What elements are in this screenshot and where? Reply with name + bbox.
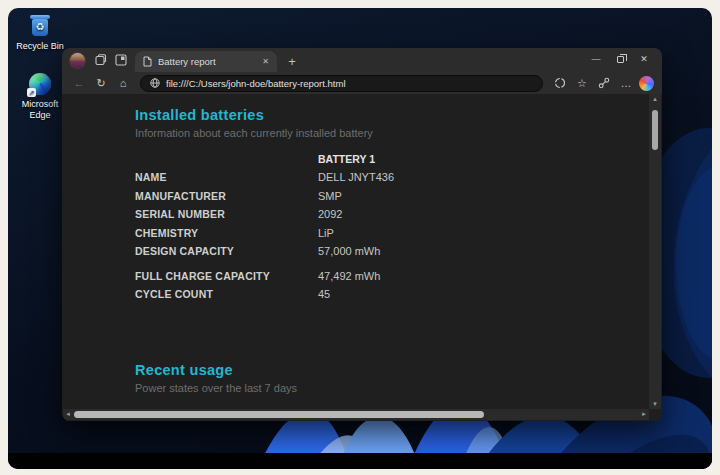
browser-tab-battery-report[interactable]: Battery report ✕ xyxy=(135,51,277,72)
address-bar[interactable]: file:///C:/Users/john-doe/battery-report… xyxy=(140,75,543,92)
workspaces-icon[interactable] xyxy=(91,50,111,70)
row-label: DESIGN CAPACITY xyxy=(135,245,318,257)
table-row: CYCLE COUNT 45 xyxy=(135,285,394,304)
page-favicon-icon xyxy=(143,56,152,67)
table-row: SERIAL NUMBER 2092 xyxy=(135,205,394,224)
row-label: CYCLE COUNT xyxy=(135,288,318,300)
screenshot-root: { "desktop": { "icons": [ { "label": "Re… xyxy=(0,0,720,475)
row-value: SMP xyxy=(318,190,342,202)
row-value: DELL JNYT436 xyxy=(318,171,394,183)
section-title-installed-batteries: Installed batteries xyxy=(135,107,264,123)
copilot-icon[interactable] xyxy=(639,76,654,91)
tab-strip: Battery report ✕ + — ✕ xyxy=(62,48,662,72)
row-label: MANUFACTURER xyxy=(135,190,318,202)
window-controls: — ✕ xyxy=(584,50,656,68)
scroll-left-icon[interactable]: ◄ xyxy=(63,409,73,420)
recycle-symbol-icon: ♻ xyxy=(28,20,52,34)
edge-browser-window: Battery report ✕ + — ✕ ← ↻ ⌂ xyxy=(62,48,662,421)
globe-icon xyxy=(150,78,160,88)
favorites-star-icon[interactable]: ☆ xyxy=(573,74,591,92)
vertical-scroll-thumb[interactable] xyxy=(652,110,658,150)
table-header-row: BATTERY 1 xyxy=(135,150,394,168)
restore-icon xyxy=(617,56,624,63)
desktop-icon-microsoft-edge[interactable]: ↗ Microsoft Edge xyxy=(12,72,68,121)
browser-essentials-icon[interactable] xyxy=(551,74,569,92)
tab-title: Battery report xyxy=(158,56,256,67)
section-subtitle-installed-batteries: Information about each currently install… xyxy=(135,127,373,139)
home-button[interactable]: ⌂ xyxy=(114,74,132,92)
close-button[interactable]: ✕ xyxy=(632,50,656,68)
row-label: NAME xyxy=(135,171,318,183)
page-content: Installed batteries Information about ea… xyxy=(62,94,662,421)
section-title-recent-usage: Recent usage xyxy=(135,362,233,378)
row-label: FULL CHARGE CAPACITY xyxy=(135,270,318,282)
table-row: FULL CHARGE CAPACITY 47,492 mWh xyxy=(135,267,394,286)
desktop-icon-label: Recycle Bin xyxy=(12,41,68,52)
horizontal-scroll-thumb[interactable] xyxy=(74,411,484,418)
profile-avatar[interactable] xyxy=(70,53,85,68)
navigation-toolbar: ← ↻ ⌂ file:///C:/Users/john-doe/battery-… xyxy=(62,72,662,94)
table-row: MANUFACTURER SMP xyxy=(135,187,394,206)
share-link-icon[interactable] xyxy=(595,74,613,92)
desktop-screen: ♻ Recycle Bin ↗ Microsoft Edge xyxy=(8,8,712,469)
row-label: CHEMISTRY xyxy=(135,227,318,239)
url-text: file:///C:/Users/john-doe/battery-report… xyxy=(166,78,346,89)
table-row: CHEMISTRY LiP xyxy=(135,224,394,243)
tab-actions-icon[interactable] xyxy=(111,50,131,70)
battery-table: BATTERY 1 NAME DELL JNYT436 MANUFACTURER… xyxy=(135,150,394,304)
recycle-bin-icon: ♻ xyxy=(28,14,52,38)
new-tab-button[interactable]: + xyxy=(283,52,301,70)
table-column-header: BATTERY 1 xyxy=(318,153,375,165)
row-value: 57,000 mWh xyxy=(318,245,380,257)
row-value: 2092 xyxy=(318,208,342,220)
settings-more-icon[interactable]: … xyxy=(617,74,635,92)
vertical-scrollbar[interactable]: ▲ ▼ xyxy=(649,94,661,409)
scroll-up-icon[interactable]: ▲ xyxy=(649,94,661,104)
table-row: NAME DELL JNYT436 xyxy=(135,168,394,187)
section-subtitle-recent-usage: Power states over the last 7 days xyxy=(135,382,297,394)
tab-close-icon[interactable]: ✕ xyxy=(262,57,269,66)
refresh-button[interactable]: ↻ xyxy=(92,74,110,92)
edge-logo-icon: ↗ xyxy=(28,72,52,96)
row-value: LiP xyxy=(318,227,334,239)
scroll-right-icon[interactable]: ► xyxy=(639,409,649,420)
scroll-down-icon[interactable]: ▼ xyxy=(649,399,661,409)
restore-button[interactable] xyxy=(608,50,632,68)
table-row: DESIGN CAPACITY 57,000 mWh xyxy=(135,242,394,261)
desktop-icon-label: Microsoft Edge xyxy=(12,99,68,121)
shortcut-arrow-icon: ↗ xyxy=(27,88,36,97)
taskbar[interactable] xyxy=(8,453,712,469)
desktop-icon-recycle-bin[interactable]: ♻ Recycle Bin xyxy=(12,14,68,52)
row-value: 47,492 mWh xyxy=(318,270,380,282)
minimize-button[interactable]: — xyxy=(584,50,608,68)
row-value: 45 xyxy=(318,288,330,300)
horizontal-scrollbar[interactable]: ◄ ► xyxy=(63,409,649,420)
back-button[interactable]: ← xyxy=(70,74,88,92)
row-label: SERIAL NUMBER xyxy=(135,208,318,220)
